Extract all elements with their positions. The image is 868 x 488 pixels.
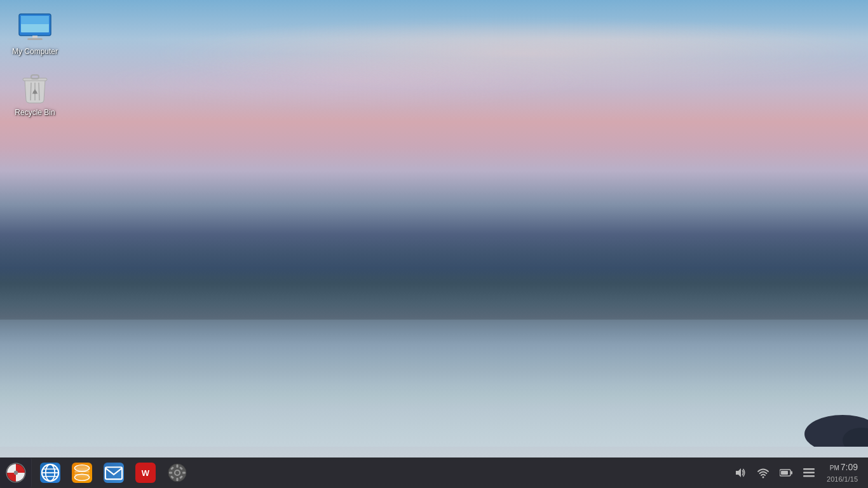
svg-point-16 <box>13 471 17 475</box>
browser-icon <box>40 463 60 483</box>
water-layer <box>0 320 868 447</box>
battery-tray-icon[interactable] <box>776 458 796 488</box>
clouds-overlay <box>0 0 868 268</box>
svg-rect-46 <box>803 475 815 477</box>
db-icon <box>72 463 92 483</box>
taskbar-apps: W <box>32 458 196 488</box>
system-tray: PM7:09 2016/1/15 <box>730 458 868 488</box>
svg-rect-33 <box>169 472 172 474</box>
recycle-bin-image <box>17 70 53 105</box>
my-computer-image <box>17 9 53 44</box>
battery-icon <box>780 468 792 477</box>
rocks <box>741 383 868 447</box>
taskbar-db-button[interactable] <box>66 458 98 488</box>
svg-point-30 <box>175 471 179 475</box>
tray-time: PM7:09 <box>830 461 858 474</box>
svg-rect-45 <box>803 472 815 474</box>
recycle-bin-label: Recycle Bin <box>15 108 55 118</box>
svg-rect-31 <box>177 464 179 468</box>
tray-clock[interactable]: PM7:09 2016/1/15 <box>822 458 863 488</box>
tray-time-value: 7:09 <box>841 462 858 472</box>
wps-icon: W <box>135 463 156 483</box>
svg-line-9 <box>31 83 31 100</box>
mail-icon <box>104 463 124 483</box>
recycle-bin-icon[interactable]: Recycle Bin <box>6 67 64 121</box>
settings-icon <box>167 463 187 483</box>
tray-ampm: PM <box>830 464 839 471</box>
wifi-tray-icon[interactable] <box>753 458 773 488</box>
volume-icon <box>735 467 746 478</box>
svg-point-24 <box>74 474 89 480</box>
svg-point-40 <box>763 477 764 478</box>
svg-rect-27 <box>105 467 122 479</box>
desktop: My Computer <box>0 0 868 488</box>
svg-line-11 <box>39 83 39 100</box>
taskbar-wps-button[interactable]: W <box>130 458 161 488</box>
taskbar: W <box>0 458 868 488</box>
my-computer-label: My Computer <box>12 47 58 57</box>
svg-rect-44 <box>803 468 815 470</box>
menu-tray-icon[interactable] <box>799 458 819 488</box>
taskbar-mail-button[interactable] <box>98 458 130 488</box>
svg-rect-13 <box>31 75 39 79</box>
svg-rect-32 <box>177 478 179 481</box>
svg-rect-8 <box>27 38 43 40</box>
svg-rect-43 <box>781 471 788 475</box>
svg-marker-39 <box>736 468 741 477</box>
tray-date: 2016/1/15 <box>827 474 858 485</box>
taskbar-settings-button[interactable] <box>161 458 193 488</box>
svg-rect-6 <box>21 16 49 24</box>
svg-rect-42 <box>791 471 793 475</box>
svg-rect-34 <box>182 472 186 474</box>
menu-icon <box>803 468 815 477</box>
taskbar-browser-button[interactable] <box>34 458 66 488</box>
app-launcher-button[interactable] <box>0 458 32 488</box>
volume-tray-icon[interactable] <box>730 458 750 488</box>
desktop-icons: My Computer <box>0 0 70 134</box>
wifi-icon <box>757 467 769 478</box>
my-computer-icon[interactable]: My Computer <box>6 6 64 60</box>
